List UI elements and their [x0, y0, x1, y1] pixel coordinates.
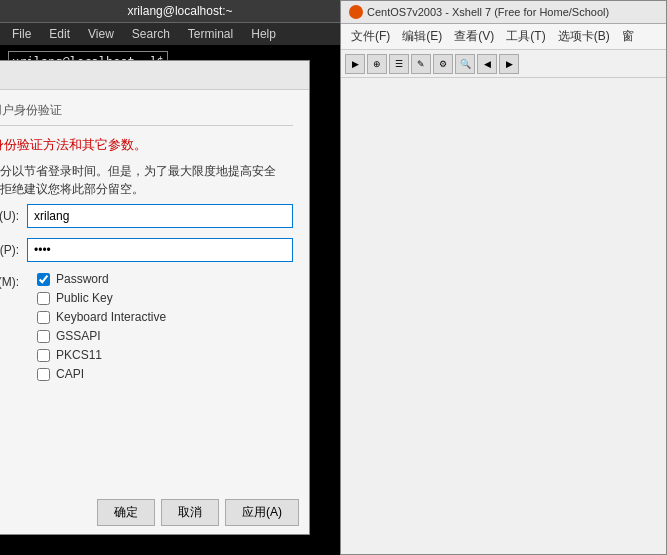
content-intro-desc: 使用此部分以节省登录时间。但是，为了最大限度地提高安全性，如果拒绝建议您将此部分… — [0, 162, 293, 198]
content-breadcrumb: 连接 > 用户身份验证 — [0, 102, 293, 126]
menu-search[interactable]: Search — [124, 25, 178, 43]
method-pubkey-checkbox[interactable] — [37, 292, 50, 305]
method-keyboard-checkbox[interactable] — [37, 311, 50, 324]
method-gssapi-label: GSSAPI — [56, 329, 101, 343]
menu-terminal[interactable]: Terminal — [180, 25, 241, 43]
dialog-title: CentOS7v2003属性 — [0, 61, 309, 90]
xshell-menu-file[interactable]: 文件(F) — [345, 26, 396, 47]
method-keyboard-row: Keyboard Interactive — [37, 310, 166, 324]
apply-button[interactable]: 应用(A) — [225, 499, 299, 526]
toolbar-btn-7[interactable]: ◀ — [477, 54, 497, 74]
toolbar-btn-1[interactable]: ▶ — [345, 54, 365, 74]
toolbar-btn-2[interactable]: ⊕ — [367, 54, 387, 74]
method-password-label: Password — [56, 272, 109, 286]
method-pubkey-label: Public Key — [56, 291, 113, 305]
method-password-checkbox[interactable] — [37, 273, 50, 286]
terminal-menubar: File Edit View Search Terminal Help — [0, 23, 360, 45]
xshell-menu-edit[interactable]: 编辑(E) — [396, 26, 448, 47]
method-label: 方法(M): — [0, 272, 27, 291]
method-gssapi-checkbox[interactable] — [37, 330, 50, 343]
xshell-menubar: 文件(F) 编辑(E) 查看(V) 工具(T) 选项卡(B) 窗 — [341, 24, 666, 50]
menu-file[interactable]: File — [4, 25, 39, 43]
toolbar-btn-6[interactable]: 🔍 — [455, 54, 475, 74]
password-label: 密码(P): — [0, 242, 27, 259]
method-capi-row: CAPI — [37, 367, 166, 381]
username-input[interactable] — [27, 204, 293, 228]
dialog-content: 连接 > 用户身份验证 请选择身份验证方法和其它参数。 使用此部分以节省登录时间… — [0, 90, 309, 533]
toolbar-btn-4[interactable]: ✎ — [411, 54, 431, 74]
menu-help[interactable]: Help — [243, 25, 284, 43]
method-row: 方法(M): Password Public Key Keyboard Inte… — [0, 272, 293, 386]
toolbar-btn-8[interactable]: ▶ — [499, 54, 519, 74]
method-password-row: Password — [37, 272, 166, 286]
content-intro-title: 请选择身份验证方法和其它参数。 — [0, 136, 293, 154]
xshell-menu-view[interactable]: 查看(V) — [448, 26, 500, 47]
dialog-body: 类别(C): − 连接 − 用户身份验证 登录提示符 登录脚本 − — [0, 90, 309, 533]
xshell-titlebar: CentOS7v2003 - Xshell 7 (Free for Home/S… — [341, 1, 666, 24]
method-pkcs11-row: PKCS11 — [37, 348, 166, 362]
method-pubkey-row: Public Key — [37, 291, 166, 305]
menu-view[interactable]: View — [80, 25, 122, 43]
xshell-menu-window[interactable]: 窗 — [616, 26, 640, 47]
password-row: 密码(P): — [0, 238, 293, 262]
menu-edit[interactable]: Edit — [41, 25, 78, 43]
properties-dialog: CentOS7v2003属性 类别(C): − 连接 − 用户身份验证 登录提示… — [0, 60, 310, 535]
xshell-menu-tools[interactable]: 工具(T) — [500, 26, 551, 47]
username-row: 用户名(U): — [0, 204, 293, 228]
method-pkcs11-checkbox[interactable] — [37, 349, 50, 362]
method-keyboard-label: Keyboard Interactive — [56, 310, 166, 324]
ok-button[interactable]: 确定 — [97, 499, 155, 526]
toolbar-btn-3[interactable]: ☰ — [389, 54, 409, 74]
method-capi-checkbox[interactable] — [37, 368, 50, 381]
dialog-footer: 确定 取消 应用(A) — [97, 499, 299, 526]
method-checkboxes: Password Public Key Keyboard Interactive… — [37, 272, 166, 386]
toolbar-btn-5[interactable]: ⚙ — [433, 54, 453, 74]
method-capi-label: CAPI — [56, 367, 84, 381]
xshell-window: CentOS7v2003 - Xshell 7 (Free for Home/S… — [340, 0, 667, 555]
xshell-menu-tabs[interactable]: 选项卡(B) — [552, 26, 616, 47]
terminal-titlebar: xrilang@localhost:~ ─ — [0, 0, 360, 23]
password-input[interactable] — [27, 238, 293, 262]
cancel-button[interactable]: 取消 — [161, 499, 219, 526]
username-label: 用户名(U): — [0, 208, 27, 225]
xshell-app-icon — [349, 5, 363, 19]
method-pkcs11-label: PKCS11 — [56, 348, 102, 362]
xshell-toolbar: ▶ ⊕ ☰ ✎ ⚙ 🔍 ◀ ▶ — [341, 50, 666, 78]
method-gssapi-row: GSSAPI — [37, 329, 166, 343]
